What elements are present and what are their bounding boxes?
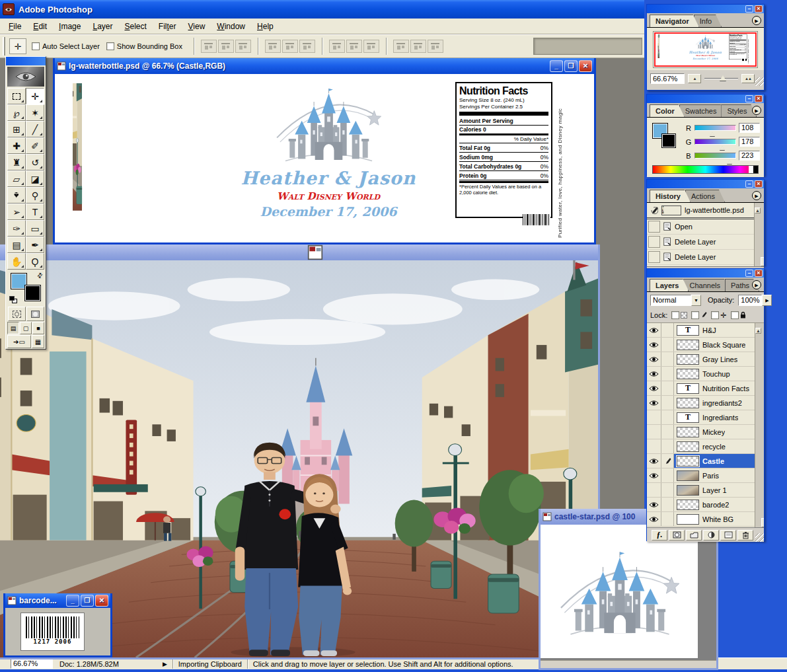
- close-button[interactable]: ✕: [95, 595, 108, 607]
- magic-wand-tool[interactable]: ✶: [26, 104, 44, 121]
- layer-row-h-j[interactable]: TH&J: [647, 323, 764, 338]
- layers-palette[interactable]: – × LayersChannelsPaths▶ Normal ▼ Opacit…: [646, 268, 765, 541]
- spectrum-white-swatch[interactable]: [749, 166, 753, 173]
- history-scrollbar[interactable]: ▲ ▼: [754, 203, 764, 266]
- layer-mask-button[interactable]: [669, 530, 685, 541]
- palette-close-button[interactable]: ×: [755, 5, 763, 13]
- tab-navigator[interactable]: Navigator: [650, 15, 699, 27]
- palette-close-button[interactable]: ×: [755, 95, 763, 102]
- background-color-swatch[interactable]: [661, 133, 676, 148]
- slice-tool[interactable]: ╱: [26, 121, 44, 137]
- palette-title-bar[interactable]: – ×: [647, 180, 764, 188]
- layer-visibility-toggle[interactable]: [647, 468, 661, 482]
- background-color-swatch[interactable]: [24, 285, 41, 301]
- align-button[interactable]: [282, 40, 298, 53]
- eraser-tool[interactable]: ▱: [7, 170, 26, 187]
- castle-doc-workspace[interactable]: [541, 525, 716, 668]
- adjustment-layer-button[interactable]: [703, 530, 719, 541]
- default-colors-icon[interactable]: [9, 296, 19, 304]
- align-button[interactable]: [393, 40, 409, 53]
- clone-stamp-tool[interactable]: ♜: [7, 154, 26, 170]
- photoshop-eye-logo[interactable]: [7, 67, 44, 87]
- zoom-in-button[interactable]: ▲▲: [741, 74, 755, 83]
- barcode-doc-workspace[interactable]: 1217 2006: [5, 608, 110, 655]
- minimize-button[interactable]: _: [550, 60, 563, 72]
- lock-image[interactable]: [691, 311, 707, 319]
- dodge-tool[interactable]: ⚲: [26, 187, 44, 204]
- menu-layer[interactable]: Layer: [87, 20, 118, 33]
- menu-filter[interactable]: Filter: [153, 20, 182, 33]
- delete-layer-button[interactable]: [737, 530, 753, 541]
- swap-colors-icon[interactable]: ⇄: [35, 271, 44, 280]
- maximize-button[interactable]: ❐: [81, 595, 94, 607]
- imageready-icon-button[interactable]: ▦: [32, 335, 44, 348]
- zoom-slider-thumb[interactable]: [720, 75, 726, 81]
- history-item[interactable]: Delete Layer: [647, 235, 764, 250]
- options-grip[interactable]: [3, 37, 5, 56]
- blend-mode-value[interactable]: Normal: [650, 295, 691, 306]
- align-button[interactable]: [201, 40, 217, 53]
- color-palette[interactable]: – × ColorSwatchesStyles▶ R108G178B223: [646, 94, 765, 176]
- barcode-doc-title-bar[interactable]: barcode... _ ❐ ✕: [5, 593, 110, 608]
- slider-thumb[interactable]: [710, 131, 715, 136]
- lock-transparency[interactable]: [671, 311, 687, 319]
- layer-row-ingrediants[interactable]: TIngrediants: [647, 410, 764, 425]
- history-palette[interactable]: – × HistoryActions▶ lg-watterbottle.psd …: [646, 179, 765, 266]
- opacity-arrow[interactable]: ▶: [762, 295, 772, 306]
- show-bounding-box-checkbox[interactable]: [106, 42, 114, 50]
- align-button[interactable]: [299, 40, 315, 53]
- palette-resize-grip[interactable]: [755, 77, 764, 86]
- history-source-row[interactable]: lg-watterbottle.psd: [647, 203, 764, 219]
- pen-tool[interactable]: ✑: [7, 220, 26, 237]
- shape-tool[interactable]: ▭: [26, 220, 44, 237]
- zoom-slider[interactable]: [704, 74, 738, 83]
- palette-menu-button[interactable]: ▶: [752, 191, 761, 200]
- layer-visibility-toggle[interactable]: [647, 367, 661, 381]
- menu-image[interactable]: Image: [53, 20, 87, 33]
- align-button[interactable]: [235, 40, 251, 53]
- channel-value[interactable]: 223: [739, 151, 760, 161]
- imageready-button[interactable]: ➔▭: [7, 335, 31, 348]
- menu-edit[interactable]: Edit: [27, 20, 53, 33]
- align-button[interactable]: [218, 40, 234, 53]
- palette-minimize-button[interactable]: –: [745, 180, 753, 188]
- document-window-label[interactable]: lg-watterbottle.psd @ 66.7% (Castle,RGB)…: [53, 58, 596, 244]
- opacity-value[interactable]: 100%: [738, 295, 762, 306]
- healing-brush-tool[interactable]: ✚: [7, 137, 26, 154]
- toolbox-palette[interactable]: ✛℘✶⊞╱✚✐♜↺▱◪♠⚲➢T✑▭▤✒✋Ϙ ⇄ ▤ ▢ ■ ➔▭ ▦: [5, 56, 46, 350]
- standard-screen-button[interactable]: ▤: [7, 322, 19, 334]
- tab-layers[interactable]: Layers: [650, 279, 689, 291]
- layer-row-layer-1[interactable]: Layer 1: [647, 483, 764, 498]
- blur-tool[interactable]: ♠: [7, 187, 26, 204]
- layer-row-nutrition-facts[interactable]: TNutrition Facts: [647, 381, 764, 396]
- blend-mode-dropdown[interactable]: Normal ▼: [650, 295, 701, 306]
- layer-visibility-toggle[interactable]: [647, 410, 661, 424]
- notes-tool[interactable]: ▤: [7, 237, 26, 253]
- layer-row-mickey[interactable]: Mickey: [647, 425, 764, 439]
- align-button[interactable]: [428, 40, 443, 53]
- castle-doc-canvas[interactable]: [541, 525, 698, 658]
- layer-row-black-square[interactable]: Black Square: [647, 338, 764, 352]
- layer-visibility-toggle[interactable]: [647, 483, 661, 497]
- menu-view[interactable]: View: [182, 20, 211, 33]
- lock-all-checkbox[interactable]: [731, 311, 739, 319]
- menu-file[interactable]: File: [3, 20, 27, 33]
- eyedropper-tool[interactable]: ✒: [26, 237, 44, 253]
- channel-slider[interactable]: [694, 125, 736, 131]
- lock-all[interactable]: [731, 311, 746, 319]
- layer-row-castle[interactable]: Castle: [647, 454, 764, 468]
- layer-visibility-toggle[interactable]: [647, 381, 661, 395]
- channel-slider[interactable]: [694, 139, 736, 145]
- align-button[interactable]: [265, 40, 281, 53]
- barcode-canvas[interactable]: 1217 2006: [20, 613, 85, 651]
- tab-channels[interactable]: Channels: [683, 279, 730, 291]
- spectrum-black-swatch[interactable]: [753, 166, 758, 173]
- channel-value[interactable]: 178: [739, 137, 760, 147]
- lock-position[interactable]: ✛: [711, 311, 726, 319]
- label-doc-canvas[interactable]: Heather & Jason Walt Disney World Decemb…: [55, 74, 594, 243]
- crop-tool[interactable]: ⊞: [7, 121, 26, 137]
- history-item[interactable]: Open: [647, 219, 764, 235]
- scroll-up-button[interactable]: ▲: [755, 328, 761, 334]
- color-spectrum-bar[interactable]: [652, 165, 759, 174]
- blend-mode-arrow[interactable]: ▼: [691, 295, 701, 306]
